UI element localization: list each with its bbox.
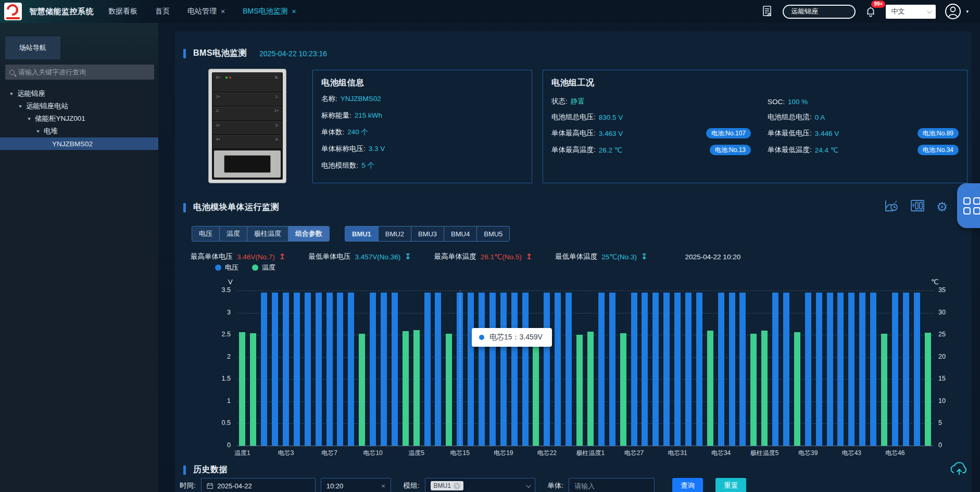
tree-item[interactable]: ▼远能锦座	[0, 87, 158, 100]
chart-bar-电芯41[interactable]	[827, 293, 833, 446]
param-tab-温度[interactable]: 温度	[220, 226, 247, 241]
chip-close-icon[interactable]: ×	[454, 483, 460, 489]
tree-item[interactable]: YNJZBMS02	[0, 137, 158, 150]
chart-bar-温度3[interactable]	[359, 334, 365, 446]
bmu-tab-BMU3[interactable]: BMU3	[411, 226, 444, 241]
chart-bar-电芯32[interactable]	[685, 293, 692, 446]
sidebar-tab-station-nav[interactable]: 场站导航	[5, 36, 60, 59]
chart-bar-电芯1[interactable]	[261, 293, 267, 446]
date-input[interactable]	[217, 482, 309, 490]
tree-expand-icon[interactable]: ▼	[35, 129, 41, 134]
chart-bar-电芯40[interactable]	[816, 293, 822, 446]
chart-bar-电芯14[interactable]	[435, 293, 441, 446]
tree-item[interactable]: ▼储能柜YNJZ001	[0, 112, 158, 125]
query-button[interactable]: 查询	[672, 478, 703, 492]
chart-bar-电芯48[interactable]	[914, 293, 920, 446]
chart-bar-电芯31[interactable]	[674, 293, 681, 446]
chart-bar-电芯47[interactable]	[903, 293, 909, 446]
chart-bar-电芯24[interactable]	[566, 293, 572, 446]
chart-bar-电芯18[interactable]	[489, 293, 496, 446]
quick-panel-flyout[interactable]	[957, 183, 980, 228]
time-input[interactable]	[326, 482, 377, 490]
chart-bar-电芯20[interactable]	[511, 293, 518, 446]
chart-bar-温度2[interactable]	[250, 333, 256, 446]
chart-bar-电芯4[interactable]	[294, 293, 300, 446]
chart-bar-极柱温度2[interactable]	[620, 333, 626, 446]
chart-bar-电芯16[interactable]	[468, 293, 474, 446]
chart-bar-极柱温度4[interactable]	[750, 334, 757, 446]
station-search-input[interactable]	[784, 8, 855, 16]
chart-bar-电芯43[interactable]	[848, 293, 855, 446]
chart-bar-电芯44[interactable]	[859, 293, 865, 446]
tree-item[interactable]: ▼远能锦座电站	[0, 100, 158, 112]
cell-input[interactable]	[574, 482, 649, 490]
history-chart-icon[interactable]	[884, 199, 899, 215]
chart-bar-电芯2[interactable]	[272, 293, 278, 446]
avatar-caret-icon[interactable]: ▾	[966, 9, 969, 14]
date-picker[interactable]	[201, 478, 316, 492]
report-icon[interactable]	[762, 5, 773, 18]
close-icon[interactable]: ×	[292, 7, 296, 16]
param-tab-电压[interactable]: 电压	[192, 226, 220, 241]
chart-bar-电芯42[interactable]	[837, 293, 844, 446]
chart-bar-电芯36[interactable]	[739, 293, 746, 446]
nav-tab-首页[interactable]: 首页	[155, 7, 170, 16]
chart-bar-电芯45[interactable]	[870, 293, 876, 446]
bmu-tab-BMU2[interactable]: BMU2	[379, 226, 411, 241]
param-tab-极柱温度[interactable]: 极柱温度	[247, 226, 288, 241]
chart-bar-极柱温度5[interactable]	[761, 331, 768, 446]
chart-bar-温度4[interactable]	[403, 331, 409, 446]
sidebar-search-input[interactable]	[18, 68, 150, 76]
chart-bar-电芯30[interactable]	[663, 293, 670, 446]
chart-bar-极柱温度1[interactable]	[587, 332, 594, 446]
chart-bar-电芯10[interactable]	[370, 293, 376, 446]
chart-bar-电芯8[interactable]	[337, 293, 343, 446]
chart-bar-电芯33[interactable]	[696, 293, 702, 446]
chart-bar-电芯3[interactable]	[283, 293, 289, 446]
chart-bar-电芯34[interactable]	[718, 293, 724, 446]
tree-item[interactable]: ▼电堆	[0, 125, 158, 137]
nav-tab-数据看板[interactable]: 数据看板	[108, 7, 137, 16]
chart-bar-电芯12[interactable]	[392, 293, 398, 446]
cell-input-box[interactable]	[569, 478, 655, 492]
chart-bar-电芯7[interactable]	[326, 293, 333, 446]
chart-bar-极柱温度8[interactable]	[925, 333, 931, 446]
battery-view-icon[interactable]	[910, 199, 925, 215]
chart-bar-极柱温度6[interactable]	[794, 332, 800, 446]
bmu-tab-BMU5[interactable]: BMU5	[477, 226, 509, 241]
tree-expand-icon[interactable]: ▼	[27, 117, 32, 121]
chart-bar-电芯26[interactable]	[609, 293, 615, 446]
legend-item-温度[interactable]: 温度	[252, 263, 275, 272]
nav-tab-BMS电池监测[interactable]: BMS电池监测×	[243, 7, 296, 16]
chart-bar-电芯39[interactable]	[805, 293, 811, 446]
chart-bar-温度6[interactable]	[446, 334, 452, 446]
chart-bar-温度1[interactable]	[239, 332, 245, 446]
chart-bar-电芯9[interactable]	[348, 293, 354, 446]
settings-gear-icon[interactable]: ⚙	[936, 200, 948, 213]
chart-bar-电芯11[interactable]	[381, 293, 387, 446]
chart-bar-温度7[interactable]	[533, 333, 539, 446]
chart-bar-电芯22[interactable]	[544, 293, 550, 446]
close-icon[interactable]: ×	[221, 7, 225, 16]
notifications-bell[interactable]: 99+	[865, 5, 876, 18]
chart-bar-电芯27[interactable]	[631, 293, 637, 446]
chart-bar-温度8[interactable]	[576, 335, 583, 446]
time-picker[interactable]: ×	[321, 478, 391, 492]
bmu-tab-BMU1[interactable]: BMU1	[345, 226, 379, 241]
chart-bar-电芯29[interactable]	[652, 293, 659, 446]
chart-bar-极柱温度7[interactable]	[881, 334, 887, 446]
chart-bar-电芯6[interactable]	[316, 293, 322, 446]
tree-expand-icon[interactable]: ▼	[9, 92, 14, 96]
chart-bar-电芯46[interactable]	[892, 293, 898, 446]
chart-bar-电芯28[interactable]	[642, 293, 648, 446]
reset-button[interactable]: 重置	[715, 478, 746, 492]
chart-bar-电芯35[interactable]	[729, 293, 735, 446]
bmu-tab-BMU4[interactable]: BMU4	[444, 226, 477, 241]
language-select[interactable]: 中文	[886, 5, 936, 19]
clear-time-icon[interactable]: ×	[381, 482, 385, 490]
chart-bar-电芯13[interactable]	[424, 293, 431, 446]
chart-bar-电芯38[interactable]	[783, 293, 789, 446]
chart-bar-极柱温度3[interactable]	[707, 331, 713, 446]
cloud-upload-icon[interactable]	[949, 459, 970, 479]
user-avatar[interactable]	[945, 4, 961, 19]
